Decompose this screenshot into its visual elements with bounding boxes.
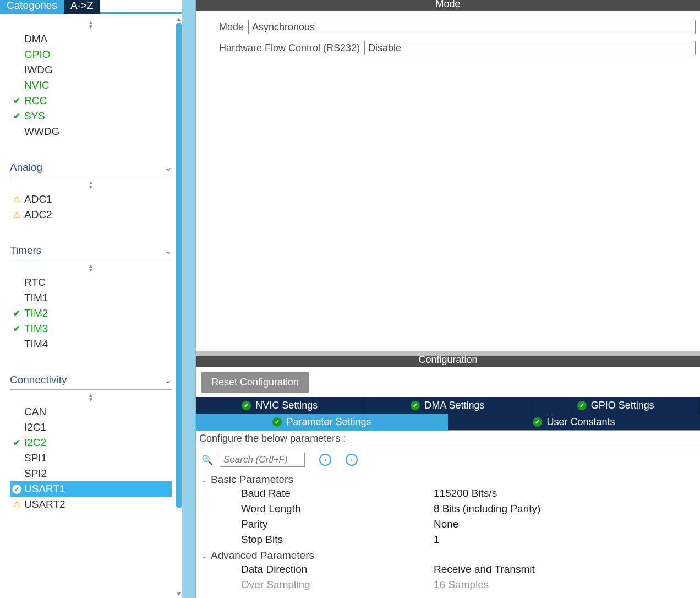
- param-row-stop-bits[interactable]: Stop Bits1: [201, 532, 694, 547]
- peripheral-label: IWDG: [24, 64, 53, 76]
- search-next-button[interactable]: ›: [346, 454, 358, 466]
- config-tab-nvic-settings[interactable]: ✓NVIC Settings: [196, 397, 364, 414]
- check-icon: ✔: [11, 111, 22, 121]
- peripheral-item-iwdg[interactable]: IWDG: [10, 62, 172, 78]
- warning-icon: ⚠: [11, 210, 22, 220]
- param-search-row: 🔍 ‹ ›: [196, 447, 700, 470]
- search-prev-button[interactable]: ‹: [319, 454, 331, 466]
- peripheral-label: USART1: [24, 483, 65, 495]
- config-tabs: ✓NVIC Settings✓DMA Settings✓GPIO Setting…: [196, 397, 700, 430]
- peripheral-item-usart1[interactable]: ✓USART1: [10, 481, 172, 497]
- category-header-analog[interactable]: Analog⌄: [10, 159, 172, 177]
- peripheral-item-wwdg[interactable]: WWDG: [10, 124, 172, 139]
- sidebar-tabs: Categories A->Z: [0, 0, 182, 14]
- category-items: ⚠ADC1⚠ADC2: [10, 192, 172, 222]
- config-tab-parameter-settings[interactable]: ✓Parameter Settings: [196, 414, 448, 430]
- sort-toggle-icon[interactable]: [10, 181, 172, 189]
- peripheral-item-nvic[interactable]: NVIC: [10, 78, 172, 93]
- chevron-down-icon: ⌄: [165, 162, 172, 173]
- param-row-over-sampling: Over Sampling16 Samples: [201, 577, 694, 592]
- sort-toggle-icon[interactable]: [10, 393, 172, 402]
- peripheral-item-adc1[interactable]: ⚠ADC1: [10, 192, 172, 207]
- sort-toggle-icon[interactable]: [10, 264, 172, 273]
- param-group-header[interactable]: ⌄Basic Parameters: [201, 474, 694, 486]
- category-items: RTCTIM1✔TIM2✔TIM3TIM4: [10, 275, 172, 352]
- category-title: Connectivity: [10, 374, 67, 386]
- scroll-track[interactable]: [176, 23, 182, 590]
- param-value: 16 Samples: [434, 579, 489, 591]
- peripheral-item-can[interactable]: CAN: [10, 404, 172, 420]
- mode-dropdown[interactable]: Asynchronous: [248, 20, 696, 34]
- mode-dropdown[interactable]: Disable: [364, 41, 696, 55]
- peripheral-item-tim1[interactable]: TIM1: [10, 290, 172, 306]
- vertical-splitter[interactable]: [182, 0, 195, 598]
- peripheral-item-rcc[interactable]: ✔RCC: [10, 93, 172, 108]
- peripheral-item-rtc[interactable]: RTC: [10, 275, 172, 290]
- category-header-connectivity[interactable]: Connectivity⌄: [10, 372, 172, 390]
- ok-icon: ✓: [272, 417, 282, 427]
- config-tab-gpio-settings[interactable]: ✓GPIO Settings: [532, 397, 700, 414]
- mode-row: ModeAsynchronous: [219, 20, 696, 34]
- param-row-data-direction[interactable]: Data DirectionReceive and Transmit: [201, 562, 694, 577]
- category-group-connectivity: Connectivity⌄CANI2C1✔I2C2SPI1SPI2✓USART1…: [10, 372, 172, 512]
- peripheral-item-tim3[interactable]: ✔TIM3: [10, 321, 172, 336]
- config-tab-label: User Constants: [546, 416, 615, 428]
- sidebar-scrollbar[interactable]: ▲ ▼: [176, 15, 182, 598]
- peripheral-item-tim2[interactable]: ✔TIM2: [10, 306, 172, 321]
- peripheral-item-sys[interactable]: ✔SYS: [10, 108, 172, 124]
- peripheral-label: CAN: [24, 406, 46, 418]
- category-title: Analog: [10, 161, 42, 173]
- check-icon: ✔: [11, 96, 22, 106]
- peripheral-label: USART2: [24, 498, 65, 510]
- param-key: Parity: [241, 518, 434, 530]
- tab-a-to-z[interactable]: A->Z: [64, 0, 100, 14]
- mode-row: Hardware Flow Control (RS232)Disable: [219, 41, 696, 55]
- param-search-input[interactable]: [220, 453, 305, 467]
- ok-circle-icon: ✓: [11, 485, 22, 494]
- peripheral-label: ADC1: [24, 193, 52, 205]
- param-key: Baud Rate: [241, 487, 434, 499]
- param-group-header[interactable]: ⌄Advanced Parameters: [201, 550, 694, 562]
- param-group-title: Basic Parameters: [211, 474, 293, 486]
- category-header-timers[interactable]: Timers⌄: [10, 242, 172, 260]
- peripheral-label: WWDG: [24, 126, 59, 138]
- parameter-tree: ⌄Basic ParametersBaud Rate115200 Bits/sW…: [196, 470, 700, 598]
- scroll-down-icon[interactable]: ▼: [176, 590, 182, 598]
- param-row-baud-rate[interactable]: Baud Rate115200 Bits/s: [201, 486, 694, 501]
- peripheral-label: NVIC: [24, 79, 49, 91]
- peripheral-item-spi2[interactable]: SPI2: [10, 466, 172, 481]
- scroll-thumb[interactable]: [176, 23, 182, 508]
- peripheral-label: SYS: [24, 110, 45, 122]
- peripheral-label: ADC2: [24, 209, 52, 221]
- peripheral-item-spi1[interactable]: SPI1: [10, 450, 172, 466]
- peripheral-item-gpio[interactable]: GPIO: [10, 47, 172, 62]
- param-row-word-length[interactable]: Word Length8 Bits (including Parity): [201, 501, 694, 517]
- peripheral-item-usart2[interactable]: ⚠USART2: [10, 497, 172, 512]
- param-value: 8 Bits (including Parity): [434, 503, 540, 515]
- peripheral-item-i2c2[interactable]: ✔I2C2: [10, 435, 172, 450]
- config-panel-body: Reset Configuration ✓NVIC Settings✓DMA S…: [196, 367, 700, 598]
- reset-row: Reset Configuration: [196, 367, 700, 397]
- param-key: Over Sampling: [241, 579, 434, 591]
- config-tab-user-constants[interactable]: ✓User Constants: [448, 414, 700, 430]
- peripheral-label: DMA: [24, 33, 47, 45]
- peripheral-label: SPI1: [24, 452, 47, 464]
- reset-configuration-button[interactable]: Reset Configuration: [201, 372, 309, 393]
- mode-label: Hardware Flow Control (RS232): [219, 42, 360, 54]
- peripheral-label: TIM4: [24, 338, 48, 350]
- peripheral-label: RTC: [24, 276, 46, 289]
- param-value: Receive and Transmit: [434, 563, 535, 575]
- config-tab-dma-settings[interactable]: ✓DMA Settings: [364, 397, 532, 414]
- param-value: 1: [434, 534, 440, 546]
- peripheral-item-i2c1[interactable]: I2C1: [10, 420, 172, 435]
- peripheral-item-tim4[interactable]: TIM4: [10, 336, 172, 352]
- peripheral-item-adc2[interactable]: ⚠ADC2: [10, 207, 172, 222]
- sort-toggle-icon[interactable]: [10, 20, 172, 29]
- scroll-up-icon[interactable]: ▲: [176, 15, 182, 23]
- param-row-parity[interactable]: ParityNone: [201, 517, 694, 532]
- horizontal-splitter[interactable]: [196, 351, 700, 356]
- peripheral-item-dma[interactable]: DMA: [10, 31, 172, 47]
- tab-categories[interactable]: Categories: [0, 0, 64, 14]
- mode-panel-title: Mode: [196, 0, 700, 11]
- category-items: CANI2C1✔I2C2SPI1SPI2✓USART1⚠USART2: [10, 404, 172, 512]
